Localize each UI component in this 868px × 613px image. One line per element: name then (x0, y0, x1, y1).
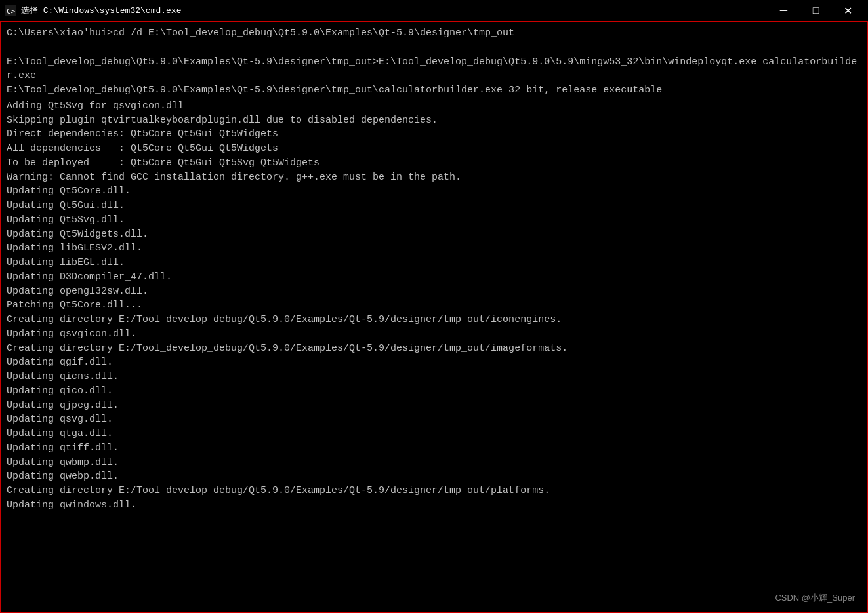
title-bar: C> 选择 C:\Windows\system32\cmd.exe ─ □ ✕ (0, 0, 868, 21)
window-title: 选择 C:\Windows\system32\cmd.exe (21, 5, 181, 16)
svg-text:C>: C> (7, 7, 16, 16)
title-bar-left: C> 选择 C:\Windows\system32\cmd.exe (5, 5, 181, 16)
pre-highlight-text: C:\Users\xiao'hui>cd /d E:\Tool_develop_… (7, 26, 861, 98)
cmd-icon: C> (5, 5, 16, 16)
watermark: CSDN @小辉_Super (775, 592, 855, 604)
content-wrapper: C:\Users\xiao'hui>cd /d E:\Tool_develop_… (7, 26, 861, 608)
highlighted-text: Adding Qt5Svg for qsvgicon.dll Skipping … (7, 99, 861, 513)
minimize-button[interactable]: ─ (769, 0, 798, 21)
window-controls: ─ □ ✕ (769, 0, 863, 21)
maximize-button[interactable]: □ (801, 0, 831, 21)
cmd-window: C> 选择 C:\Windows\system32\cmd.exe ─ □ ✕ … (0, 0, 868, 613)
terminal-content: C:\Users\xiao'hui>cd /d E:\Tool_develop_… (0, 21, 868, 613)
close-button[interactable]: ✕ (833, 0, 863, 21)
